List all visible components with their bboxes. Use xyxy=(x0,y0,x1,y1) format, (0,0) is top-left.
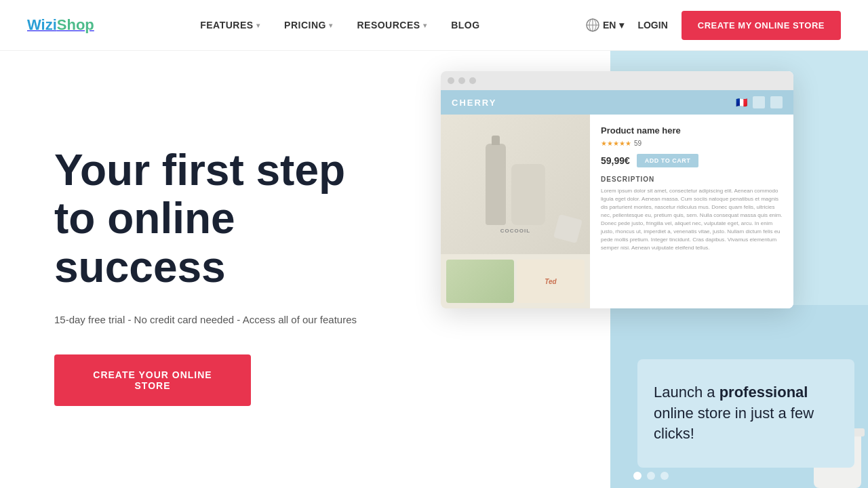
star-count: 59 xyxy=(634,140,642,147)
logo-shop: Shop xyxy=(57,16,94,33)
store-body: COCOOIL Ted Product name here xyxy=(441,115,793,308)
description-label: DESCRIPTION xyxy=(601,176,783,183)
hero-title: Your first step to online success xyxy=(54,146,393,292)
add-to-cart-button[interactable]: ADD TO CART xyxy=(637,154,698,167)
logo[interactable]: WiziShop xyxy=(27,16,94,34)
info-card-text: Launch a professional online store in ju… xyxy=(654,382,838,445)
nav-links: FEATURES ▾ PRICING ▾ RESOURCES ▾ BLOG xyxy=(200,20,479,30)
chevron-down-icon: ▾ xyxy=(329,22,333,29)
nav-item-resources[interactable]: RESOURCES ▾ xyxy=(357,20,427,30)
bottle-tall xyxy=(486,144,506,225)
browser-dot-2 xyxy=(458,77,465,84)
nav-link-features[interactable]: FEATURES ▾ xyxy=(200,20,260,30)
nav-item-pricing[interactable]: PRICING ▾ xyxy=(284,20,332,30)
hero-left: Your first step to online success 15-day… xyxy=(0,51,434,488)
price-row: 59,99€ ADD TO CART xyxy=(601,154,783,167)
hero-subtitle: 15-day free trial - No credit card neede… xyxy=(54,312,393,328)
nav-right: EN ▾ LOGIN CREATE MY ONLINE STORE xyxy=(586,11,841,40)
info-text-end: online store in just a few clicks! xyxy=(654,405,814,443)
star-icon: ★★★★★ xyxy=(601,140,631,147)
language-selector[interactable]: EN ▾ xyxy=(586,18,624,32)
globe-icon xyxy=(586,18,599,32)
logo-wizi: Wizi xyxy=(27,16,57,33)
hero-section: Your first step to online success 15-day… xyxy=(0,51,868,488)
cube-decoration xyxy=(553,214,583,243)
nav-item-blog[interactable]: BLOG xyxy=(451,20,479,30)
browser-content: CHERRY 🇫🇷 xyxy=(441,90,793,308)
info-text-launch: Launch a xyxy=(654,384,719,401)
chevron-down-icon: ▾ xyxy=(423,22,427,29)
hero-cta-button[interactable]: CREATE YOUR ONLINE STORE xyxy=(54,354,251,406)
dots-indicator xyxy=(633,472,669,480)
dot-3[interactable] xyxy=(660,472,669,480)
store-icons: 🇫🇷 xyxy=(736,96,783,108)
description-text: Lorem ipsum dolor sit amet, consectetur … xyxy=(601,187,783,252)
nav-link-resources[interactable]: RESOURCES ▾ xyxy=(357,20,427,30)
product-bottles xyxy=(472,130,559,239)
thumb-brand-text: Ted xyxy=(545,278,556,285)
product-name: Product name here xyxy=(601,125,783,136)
nav-link-blog[interactable]: BLOG xyxy=(451,20,479,30)
dot-2[interactable] xyxy=(647,472,655,480)
chevron-down-icon: ▾ xyxy=(256,22,260,29)
thumb-brand: Ted xyxy=(517,260,585,303)
lang-label: EN xyxy=(603,20,616,30)
product-price: 59,99€ xyxy=(601,155,630,166)
browser-dot-1 xyxy=(448,77,454,84)
store-cart-icon xyxy=(770,96,783,108)
product-details: Product name here ★★★★★ 59 59,99€ ADD TO… xyxy=(590,115,793,308)
login-link[interactable]: LOGIN xyxy=(637,20,667,30)
info-text-professional: professional xyxy=(719,384,808,401)
thumb-plant xyxy=(446,260,514,303)
nav-item-features[interactable]: FEATURES ▾ xyxy=(200,20,260,30)
flag-icon: 🇫🇷 xyxy=(736,97,747,108)
product-image-area: COCOOIL Ted xyxy=(441,115,590,308)
browser-bar xyxy=(441,71,793,90)
store-user-icon xyxy=(753,96,765,108)
chevron-down-icon: ▾ xyxy=(619,20,624,30)
store-preview-browser: CHERRY 🇫🇷 xyxy=(441,71,793,308)
store-header: CHERRY 🇫🇷 xyxy=(441,90,793,115)
navbar: WiziShop FEATURES ▾ PRICING ▾ RESOURCES … xyxy=(0,0,868,51)
dot-1[interactable] xyxy=(633,472,642,480)
stars-row: ★★★★★ 59 xyxy=(601,140,783,147)
bottle-wide xyxy=(511,164,545,225)
store-name: CHERRY xyxy=(452,98,496,108)
product-main-image: COCOOIL xyxy=(441,115,590,254)
info-card: Launch a professional online store in ju… xyxy=(637,359,854,468)
product-brand-label: COCOOIL xyxy=(500,228,530,234)
hero-right: CHERRY 🇫🇷 xyxy=(434,51,868,488)
browser-dot-3 xyxy=(469,77,476,84)
product-thumbnails: Ted xyxy=(441,254,590,308)
nav-link-pricing[interactable]: PRICING ▾ xyxy=(284,20,332,30)
nav-cta-button[interactable]: CREATE MY ONLINE STORE xyxy=(682,11,841,40)
